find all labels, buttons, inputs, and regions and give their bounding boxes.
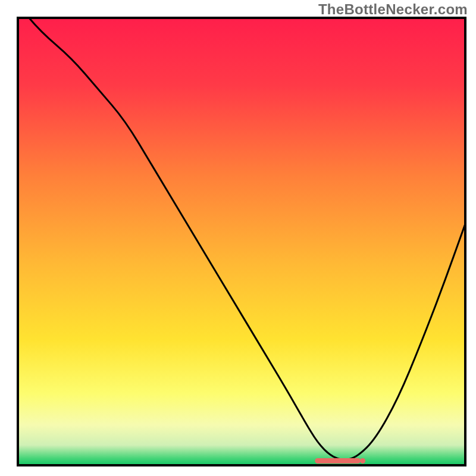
watermark-text: TheBottleNecker.com — [318, 1, 468, 18]
chart-svg — [0, 0, 476, 476]
marker-optimal-range-dot — [360, 458, 365, 464]
bottleneck-chart: TheBottleNecker.com — [0, 0, 476, 476]
